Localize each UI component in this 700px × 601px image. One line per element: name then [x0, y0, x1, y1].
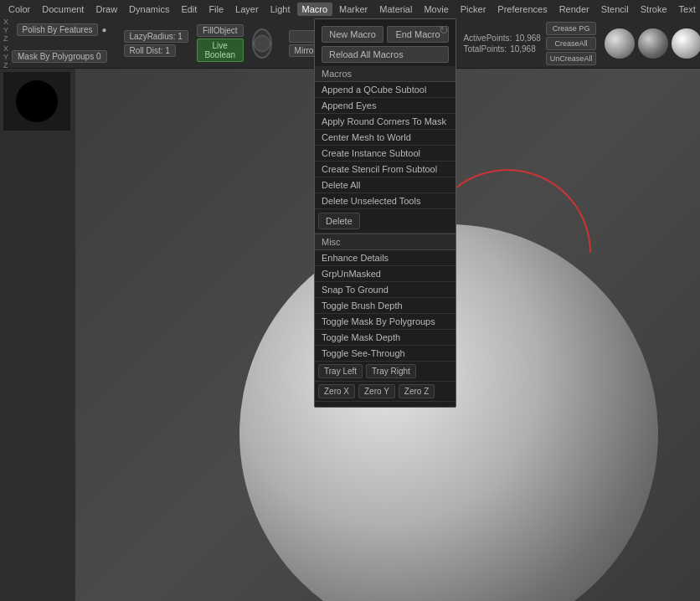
menu-edit[interactable]: Edit: [176, 3, 202, 16]
toolbar-middle: LazyRadius: 1 Roll Dist: 1: [124, 30, 188, 57]
toolbar-row-1: X Y Z Polish By Features ●: [3, 18, 107, 43]
tray-row: Tray Left Tray Right: [315, 362, 456, 382]
menu-file[interactable]: File: [203, 3, 229, 16]
menu-light[interactable]: Light: [265, 3, 296, 16]
active-points-label: ActivePoints:: [463, 33, 512, 43]
macro-top-area: New Macro End Macro Reload All Macros ↻: [315, 19, 456, 66]
menu-draw[interactable]: Draw: [90, 3, 122, 16]
toolbar-row-3: LazyRadius: 1: [124, 30, 188, 43]
macro-top-buttons: New Macro End Macro: [318, 23, 452, 46]
macro-item-toggle-brush-depth[interactable]: Toggle Brush Depth: [315, 298, 456, 314]
macro-item-append-qcube[interactable]: Append a QCube Subtool: [315, 82, 456, 98]
menu-document[interactable]: Document: [37, 3, 89, 16]
macro-item-delete-all[interactable]: Delete All: [315, 177, 456, 193]
stat-row-total: TotalPoints: 10,968: [463, 44, 540, 54]
dot-indicator: ●: [101, 25, 106, 34]
lazy-radius-btn[interactable]: LazyRadius: 1: [124, 30, 188, 43]
polish-by-features-btn[interactable]: Polish By Features: [17, 23, 99, 36]
bump-v-sphere[interactable]: [638, 28, 668, 59]
material-previews: [605, 28, 700, 59]
macro-item-toggle-mask-polygroups[interactable]: Toggle Mask By Polygroups: [315, 314, 456, 330]
menu-preferences[interactable]: Preferences: [492, 3, 552, 16]
live-boolean-btn[interactable]: Live Boolean: [197, 39, 244, 62]
menu-picker[interactable]: Picker: [456, 3, 492, 16]
menu-text[interactable]: Text: [674, 3, 700, 16]
macro-item-apply-round-corners[interactable]: Apply Round Corners To Mask: [315, 114, 456, 130]
macro-item-center-mesh[interactable]: Center Mesh to World: [315, 130, 456, 146]
menu-stencil[interactable]: Stencil: [596, 3, 634, 16]
delete-btn[interactable]: Delete: [318, 213, 360, 229]
macro-item-snap-to-ground[interactable]: Snap To Ground: [315, 282, 456, 298]
crease-all-btn[interactable]: CreaseAll: [546, 37, 597, 50]
reload-row: Reload All Macros ↻: [318, 46, 452, 66]
crease-pg-btn[interactable]: Crease PG: [546, 22, 597, 35]
menu-bar: Color Document Draw Dynamics Edit File L…: [0, 0, 700, 18]
macro-item-grp-unmasked[interactable]: GrpUnMasked: [315, 266, 456, 282]
new-macro-btn[interactable]: New Macro: [322, 26, 383, 43]
zero-x-btn[interactable]: Zero X: [318, 384, 355, 398]
toolbar-row-4: Roll Dist: 1: [124, 44, 188, 57]
macro-item-create-stencil[interactable]: Create Stencil From Subtool: [315, 162, 456, 177]
total-points-label: TotalPoints:: [463, 44, 507, 54]
preview-square: [3, 72, 70, 131]
zero-y-btn[interactable]: Zero Y: [358, 384, 395, 398]
fill-object-btn[interactable]: FillObject: [197, 24, 244, 37]
total-points-value: 10,968: [510, 44, 536, 54]
menu-layer[interactable]: Layer: [230, 3, 264, 16]
active-points-value: 10,968: [515, 33, 541, 43]
roll-dist-btn[interactable]: Roll Dist: 1: [124, 44, 176, 57]
basic-m-sphere[interactable]: [605, 28, 635, 59]
tray-left-btn[interactable]: Tray Left: [318, 364, 363, 378]
stat-row-active: ActivePoints: 10,968: [463, 33, 540, 43]
menu-dynamics[interactable]: Dynamics: [124, 3, 174, 16]
toolbar-crease: Crease PG CreaseAll UnCreaseAll: [546, 22, 597, 65]
macro-item-append-eyes[interactable]: Append Eyes: [315, 98, 456, 114]
symmetry-icon-area[interactable]: [252, 28, 272, 59]
menu-render[interactable]: Render: [554, 3, 594, 16]
mask-by-polygroups-btn[interactable]: Mask By Polygroups 0: [12, 50, 107, 63]
macro-item-toggle-mask-depth[interactable]: Toggle Mask Depth: [315, 330, 456, 346]
macro-item-enhance-details[interactable]: Enhance Details: [315, 250, 456, 266]
menu-marker[interactable]: Marker: [334, 3, 373, 16]
reload-all-macros-btn[interactable]: Reload All Macros: [322, 46, 449, 63]
macro-item-delete-unselected[interactable]: Delete Unselected Tools: [315, 193, 456, 209]
bottom-spacer: [315, 402, 456, 407]
symmetry-icon: [254, 35, 270, 52]
macro-item-toggle-see-through[interactable]: Toggle See-Through: [315, 346, 456, 362]
menu-macro[interactable]: Macro: [297, 3, 333, 16]
menu-color[interactable]: Color: [3, 3, 35, 16]
toolbar-stats: ActivePoints: 10,968 TotalPoints: 10,968: [463, 33, 540, 54]
macro-item-create-instance[interactable]: Create Instance Subtool: [315, 146, 456, 162]
menu-material[interactable]: Material: [374, 3, 417, 16]
macros-header: Macros: [315, 66, 456, 82]
misc-header: Misc: [315, 234, 456, 250]
al-32-sphere[interactable]: [672, 28, 700, 59]
toolbar-row-2: X Y Z Mask By Polygroups 0: [3, 44, 107, 69]
xyz-label-2: X Y Z: [3, 44, 8, 69]
preview-circle: [16, 80, 58, 122]
left-panel: [0, 69, 75, 601]
menu-movie[interactable]: Movie: [419, 3, 453, 16]
delete-section: Delete: [315, 209, 456, 234]
zero-row: Zero X Zero Y Zero Z: [315, 382, 456, 402]
toolbar-fill-live: FillObject Live Boolean: [197, 24, 244, 62]
macro-dropdown: New Macro End Macro Reload All Macros ↻ …: [314, 18, 456, 408]
tray-right-btn[interactable]: Tray Right: [366, 364, 416, 378]
reload-icon[interactable]: ↻: [439, 23, 452, 37]
menu-stroke[interactable]: Stroke: [636, 3, 672, 16]
uncrease-all-btn[interactable]: UnCreaseAll: [546, 52, 597, 65]
zero-z-btn[interactable]: Zero Z: [399, 384, 435, 398]
toolbar-left: X Y Z Polish By Features ● X Y Z Mask By…: [3, 18, 107, 69]
xyz-label-1: X Y Z: [3, 18, 13, 43]
